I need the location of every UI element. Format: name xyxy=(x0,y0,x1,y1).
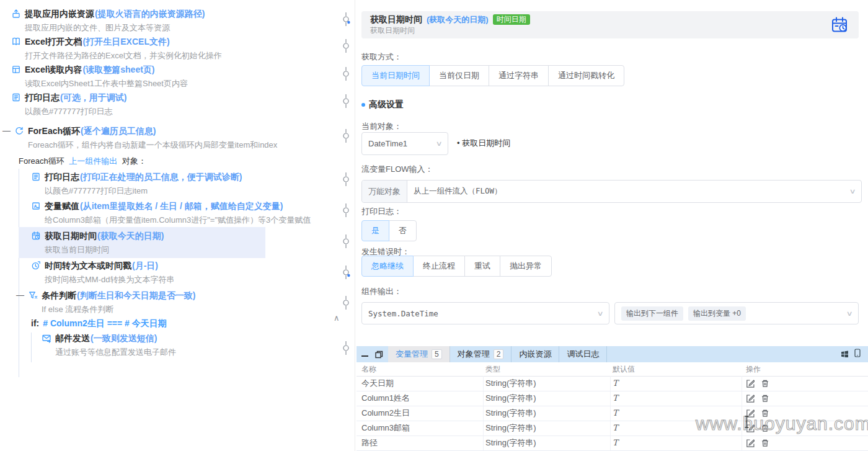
table-row[interactable]: 路径 String(字符串) T xyxy=(356,435,868,451)
flow-anchor[interactable] xyxy=(342,234,350,248)
edit-icon[interactable] xyxy=(746,379,755,388)
delete-icon[interactable] xyxy=(761,394,769,403)
object-count-badge: 2 xyxy=(494,349,504,359)
fetch-mode-option-current-datetime[interactable]: 当前日期时间 xyxy=(361,65,430,86)
flow-node-print-log[interactable]: 打印日志(可选，用于调试) 以颜色#777777打印日志 xyxy=(11,92,126,117)
flow-anchor[interactable] xyxy=(342,12,350,26)
print-log-icon xyxy=(31,172,41,182)
mail-send-icon xyxy=(42,333,51,343)
panel-layout-icon[interactable] xyxy=(854,349,861,360)
tab-debug-log[interactable]: 调试日志 xyxy=(559,346,607,362)
fetch-mode-option-from-string[interactable]: 通过字符串 xyxy=(489,65,549,86)
component-subtitle: 获取日期时间 xyxy=(370,26,850,35)
chevron-down-icon: ∨ xyxy=(435,140,442,148)
flow-input-tag: 万能对象 xyxy=(362,181,407,202)
svg-text:A: A xyxy=(34,204,37,208)
flow-input-select[interactable]: 万能对象 从上一组件流入（FLOW） ∨ xyxy=(361,180,862,203)
flow-anchor[interactable] xyxy=(342,129,350,143)
table-row[interactable]: Column1姓名 String(字符串) T xyxy=(356,391,868,406)
output-target-chip[interactable]: 输出到变量 +0 xyxy=(688,306,746,321)
flow-node-print-log-item[interactable]: 打印日志(打印正在处理的员工信息，便于调试诊断) 以颜色#777777打印日志i… xyxy=(31,171,242,197)
fetch-mode-label: 获取方式： xyxy=(361,52,402,62)
flow-input-label: 流变量FLOW输入： xyxy=(361,164,433,174)
fetch-mode-option-from-timestamp[interactable]: 通过时间戳转化 xyxy=(548,65,624,86)
site-watermark: www.huoyuyan.com xyxy=(696,413,868,434)
datetime-icon xyxy=(31,231,41,241)
flow-anchor[interactable] xyxy=(342,203,350,217)
chevron-down-icon: ∨ xyxy=(596,310,603,318)
variable-table: 名称 类型 默认值 操作 今天日期 String(字符串) T Column1姓… xyxy=(356,362,868,451)
tab-object-management[interactable]: 对象管理 2 xyxy=(450,346,512,362)
on-error-retry[interactable]: 重试 xyxy=(464,256,500,277)
foreach-scope-guide xyxy=(19,169,19,377)
datetime-big-icon xyxy=(830,16,849,34)
component-header-card: 获取日期时间 (获取今天的日期) 时间日期 获取日期时间 xyxy=(361,11,859,38)
print-log-no[interactable]: 否 xyxy=(389,220,417,241)
flow-anchor[interactable] xyxy=(342,67,350,81)
edit-icon[interactable] xyxy=(746,439,755,447)
text-cursor xyxy=(744,416,750,428)
output-type-select[interactable]: System.DateTime ∨ xyxy=(361,302,609,324)
previous-output-link[interactable]: 上一组件输出 xyxy=(69,156,117,166)
flow-anchor[interactable] xyxy=(342,39,350,53)
minimize-panel-icon[interactable] xyxy=(361,351,369,358)
output-target-select[interactable]: 输出到下一组件 输出到变量 +0 ∨ xyxy=(614,302,859,324)
collapse-toggle[interactable]: — xyxy=(16,290,24,301)
flow-node-condition[interactable]: — 条件判断(判断生日和今天日期是否一致) If else 流程条件判断 xyxy=(16,290,195,315)
on-error-throw[interactable]: 抛出异常 xyxy=(500,256,552,277)
on-error-group: 忽略继续 终止流程 重试 抛出异常 xyxy=(361,256,552,277)
print-log-yes[interactable]: 是 xyxy=(361,220,389,241)
if-scope-guide xyxy=(31,333,32,362)
output-target-chip[interactable]: 输出到下一组件 xyxy=(621,306,683,321)
fetch-mode-group: 当前日期时间 当前仅日期 通过字符串 通过时间戳转化 xyxy=(361,65,624,86)
panel-divider xyxy=(355,0,355,451)
flow-node-excel-read[interactable]: Excel读取内容(读取整篇sheet页) 读取Excel内Sheet1工作表中… xyxy=(11,64,188,89)
excel-open-icon xyxy=(11,37,21,47)
print-log-icon xyxy=(11,92,21,102)
flow-anchor[interactable] xyxy=(342,296,350,310)
flow-node-time-convert[interactable]: 时间转为文本或时间戳(月-日) 按时间格式MM-dd转换为文本字符串 xyxy=(31,260,174,285)
delete-icon[interactable] xyxy=(761,379,769,388)
flow-anchor[interactable] xyxy=(342,266,350,279)
advanced-dot-icon xyxy=(361,103,365,107)
flow-node-mail-send[interactable]: 邮件发送(一致则发送短信) 通过账号等信息配置发送电子邮件 xyxy=(42,333,176,358)
fetch-mode-option-date-only[interactable]: 当前仅日期 xyxy=(429,65,489,86)
windows-grid-icon[interactable] xyxy=(841,349,848,360)
chevron-down-icon: ∨ xyxy=(846,310,852,318)
on-error-ignore[interactable]: 忽略继续 xyxy=(361,256,414,277)
table-row[interactable]: 今天日期 String(字符串) T xyxy=(356,376,868,391)
edit-icon[interactable] xyxy=(746,394,755,403)
time-convert-icon xyxy=(31,261,41,270)
category-badge: 时间日期 xyxy=(493,14,530,25)
advanced-settings-header[interactable]: 高级设置 xyxy=(361,99,404,110)
table-header-row: 名称 类型 默认值 操作 xyxy=(356,362,868,377)
if-condition-expression[interactable]: if:# Column2生日 === # 今天日期 xyxy=(31,318,167,329)
flow-anchor[interactable] xyxy=(342,94,350,108)
branch-collapse-chevron[interactable]: ∧ xyxy=(334,313,340,323)
current-object-label: 当前对象： xyxy=(361,122,402,132)
component-title: 获取日期时间 xyxy=(370,14,422,25)
foreach-loop-icon xyxy=(14,126,24,136)
flow-anchor[interactable] xyxy=(342,341,350,355)
foreach-target-line: Foreach循环 上一组件输出 对象： xyxy=(19,156,146,167)
restore-panel-icon[interactable] xyxy=(375,351,383,359)
flow-node-variable-assign[interactable]: A 变量赋值(从item里提取姓名 / 生日 / 邮箱，赋值给自定义变量) 给C… xyxy=(31,200,311,226)
collapse-toggle[interactable]: — xyxy=(2,125,11,136)
component-alias: (获取今天的日期) xyxy=(427,14,489,25)
flow-node-foreach[interactable]: — ForEach循环(逐个遍历员工信息) Foreach循环，组件内将自动新建… xyxy=(2,125,277,151)
flow-node-get-datetime[interactable]: 获取日期时间(获取今天的日期) 获取当前日期时间 xyxy=(31,230,164,256)
condition-filter-icon xyxy=(28,290,38,300)
print-log-label: 打印日志： xyxy=(361,207,402,217)
flow-node-extract-resource[interactable]: 提取应用内嵌资源(提取火语言的内嵌资源路径) 提取应用内嵌的文件、图片及文本等资… xyxy=(11,8,205,33)
current-object-hint: • 获取日期时间 xyxy=(457,138,510,149)
flow-anchor[interactable] xyxy=(342,172,350,186)
output-label: 组件输出： xyxy=(361,287,402,297)
print-log-group: 是 否 xyxy=(361,220,417,241)
tab-embedded-resources[interactable]: 内嵌资源 xyxy=(512,346,559,362)
current-object-select[interactable]: DateTime1 ∨ xyxy=(361,132,448,155)
variable-count-badge: 5 xyxy=(432,349,442,359)
on-error-terminate[interactable]: 终止流程 xyxy=(413,256,465,277)
tab-variable-management[interactable]: 变量管理 5 xyxy=(388,346,450,362)
delete-icon[interactable] xyxy=(761,439,769,447)
flow-node-excel-open[interactable]: Excel打开文档(打开生日EXCEL文件) 打开文件路径为路径的Excel文档… xyxy=(11,36,222,61)
